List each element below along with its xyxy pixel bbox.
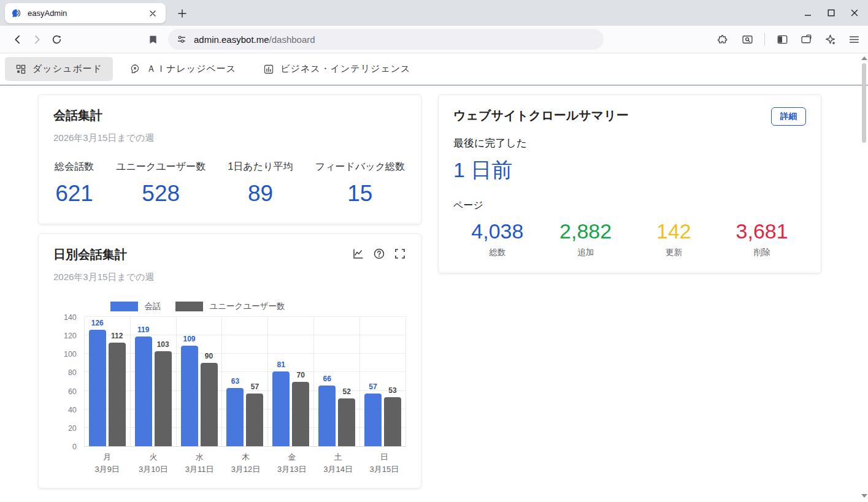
card-subtitle: 2026年3月15日までの週 [53, 272, 406, 283]
y-tick-label: 100 [64, 350, 77, 359]
site-favicon-icon [11, 8, 22, 19]
metric-value: 528 [116, 181, 205, 207]
window-minimize-button[interactable] [803, 8, 813, 18]
window-controls [803, 0, 859, 26]
back-button[interactable] [7, 29, 27, 49]
extensions-icon[interactable] [716, 32, 730, 46]
site-permissions-icon[interactable] [177, 34, 186, 44]
nav-item-label: ＡＩナレッジベース [147, 63, 236, 75]
nav-item-ai-knowledge-base[interactable]: ＡＩナレッジベース [119, 57, 247, 81]
bar-会話: 57 [364, 394, 382, 446]
y-tick-label: 0 [72, 443, 77, 451]
bar-ユニークユーザー数: 112 [109, 343, 126, 446]
url-path: /dashboard [269, 34, 315, 45]
bar-value-label: 109 [183, 335, 196, 343]
window-close-button[interactable] [850, 8, 859, 18]
ai-sparkle-icon[interactable] [823, 32, 837, 46]
x-tick-label: 土3月14日 [315, 451, 361, 476]
details-button[interactable]: 詳細 [771, 107, 806, 126]
dashboard-grid-icon [15, 64, 26, 75]
tab-close-icon[interactable] [146, 7, 159, 20]
y-tick-label: 140 [64, 313, 77, 322]
stat-label: 更新 [630, 247, 718, 258]
scrollbar-up-arrow-icon[interactable] [861, 56, 867, 60]
bar-value-label: 70 [297, 371, 305, 379]
bar-ユニークユーザー数: 52 [338, 398, 355, 446]
y-tick-label: 60 [68, 387, 77, 396]
pages-label: ページ [453, 199, 806, 212]
last-completed-value: 1 日前 [453, 156, 806, 184]
chart-group: 8170 [268, 318, 314, 446]
new-tab-button[interactable] [174, 6, 190, 21]
nav-item-business-intelligence[interactable]: ビジネス・インテリジェンス [253, 57, 421, 81]
scrollbar-down-arrow-icon[interactable] [861, 494, 867, 498]
legend-swatch[interactable] [175, 302, 203, 311]
chart-legend: 会話ユニークユーザー数 [26, 301, 378, 312]
search-box-icon[interactable] [740, 32, 754, 46]
crawl-stat-updated: 142 更新 [630, 219, 718, 258]
bar-会話: 119 [135, 337, 152, 446]
page-scrollbar[interactable] [859, 53, 868, 501]
bar-ユニークユーザー数: 57 [246, 394, 263, 446]
window-maximize-button[interactable] [826, 8, 836, 18]
wallet-icon[interactable] [799, 32, 813, 46]
bar-会話: 63 [226, 388, 244, 446]
right-column: ウェブサイトクロールサマリー 詳細 最後に完了した 1 日前 ページ 4,038… [438, 94, 821, 489]
x-tick-label: 火3月10日 [130, 451, 176, 476]
y-tick-label: 20 [68, 424, 77, 433]
website-crawl-summary-card: ウェブサイトクロールサマリー 詳細 最後に完了した 1 日前 ページ 4,038… [438, 94, 821, 273]
url-text[interactable]: admin.easybot.me/dashboard [194, 34, 315, 45]
x-tick-label: 月3月9日 [84, 451, 130, 476]
bar-value-label: 126 [91, 319, 104, 327]
bar-value-label: 63 [231, 377, 239, 386]
crawl-stat-added: 2,882 追加 [542, 219, 630, 258]
line-chart-toggle-icon[interactable] [352, 248, 364, 260]
bar-chart-box-icon [263, 64, 274, 75]
x-tick-label: 金3月13日 [269, 451, 315, 476]
metric-label: 総会話数 [55, 161, 94, 173]
scrollbar-thumb[interactable] [862, 63, 866, 143]
metric-value: 89 [228, 181, 293, 207]
metric-total-feedback: フィードバック総数 15 [315, 161, 405, 207]
legend-label[interactable]: ユニークユーザー数 [209, 301, 285, 312]
nav-item-label: ビジネス・インテリジェンス [280, 63, 410, 75]
metrics-row: 総会話数 621 ユニークユーザー数 528 1日あたり平均 89 フィード [53, 161, 406, 211]
bar-value-label: 53 [388, 386, 396, 395]
metric-value: 15 [315, 181, 405, 207]
tab-title: easyAdmin [28, 9, 146, 18]
chart-y-axis: 020406080100120140 [53, 318, 84, 447]
help-icon[interactable] [373, 248, 385, 260]
y-tick-label: 40 [68, 406, 77, 414]
daily-conversations-chart-card: 日別会話集計 [38, 234, 421, 489]
chart-card-header: 日別会話集計 [53, 246, 406, 263]
bookmark-icon[interactable] [144, 30, 162, 48]
app-navbar: ダッシュボード ＡＩナレッジベース [0, 53, 868, 86]
nav-item-dashboard[interactable]: ダッシュボード [5, 57, 113, 81]
fullscreen-icon[interactable] [394, 248, 406, 260]
metric-total-conversations: 総会話数 621 [55, 161, 94, 207]
chart-group: 6357 [222, 318, 268, 446]
metric-label: フィードバック総数 [315, 161, 405, 173]
last-completed-label: 最後に完了した [453, 136, 806, 150]
browser-tab[interactable]: easyAdmin [5, 3, 166, 23]
menu-hamburger-icon[interactable] [847, 32, 861, 46]
chart-group: 119103 [131, 318, 177, 446]
legend-label[interactable]: 会話 [144, 301, 161, 312]
bar-ユニークユーザー数: 90 [201, 363, 218, 446]
crawl-stats-row: 4,038 総数 2,882 追加 142 更新 3,681 [453, 219, 806, 261]
sidebar-toggle-icon[interactable] [775, 32, 789, 46]
url-bar[interactable]: admin.easybot.me/dashboard [168, 29, 604, 50]
crawl-card-header: ウェブサイトクロールサマリー 詳細 [453, 107, 806, 126]
stat-label: 追加 [542, 247, 630, 258]
legend-swatch[interactable] [110, 302, 138, 311]
browser-window: easyAdmin [0, 0, 868, 501]
stat-label: 削除 [718, 247, 806, 258]
reload-button[interactable] [47, 29, 66, 49]
forward-button[interactable] [27, 29, 47, 49]
chart-group: 126112 [85, 318, 131, 446]
crawl-stat-deleted: 3,681 削除 [718, 219, 806, 258]
chart-toolbar [352, 248, 406, 260]
card-title: 会話集計 [53, 107, 406, 124]
bar-value-label: 90 [205, 352, 213, 360]
metric-label: ユニークユーザー数 [116, 161, 205, 173]
